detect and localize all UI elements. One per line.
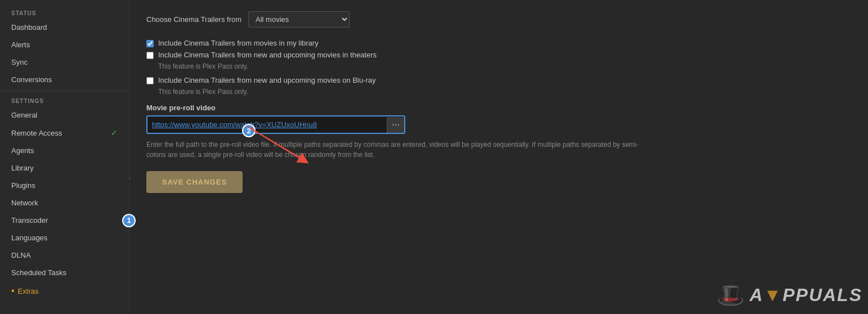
sidebar-item-scheduled-tasks[interactable]: Scheduled Tasks <box>0 264 129 281</box>
cinema-trailers-label: Choose Cinema Trailers from <box>146 15 241 24</box>
active-dot-icon: • <box>11 286 15 296</box>
extras-inner: • Extras <box>11 286 38 296</box>
sidebar-divider <box>0 91 129 91</box>
sidebar-item-label: Scheduled Tasks <box>11 268 66 277</box>
settings-section-label: SETTINGS <box>0 93 129 106</box>
sidebar-item-label: Network <box>11 199 38 207</box>
sidebar-item-label: Plugins <box>11 181 35 190</box>
sidebar-item-label: Alerts <box>11 41 30 49</box>
sidebar-item-transcoder[interactable]: Transcoder 1 <box>0 212 129 229</box>
sidebar-item-plugins[interactable]: Plugins <box>0 177 129 194</box>
sidebar-item-label: Dashboard <box>11 23 47 32</box>
sidebar: STATUS Dashboard Alerts Sync Conversions… <box>0 0 129 314</box>
sidebar-item-label: Languages <box>11 234 47 242</box>
sidebar-item-sync[interactable]: Sync <box>0 53 129 71</box>
checkbox-row-1: Include Cinema Trailers from movies in m… <box>146 39 851 47</box>
sidebar-item-label: Agents <box>11 146 34 155</box>
checkbox-bluray[interactable] <box>146 77 154 84</box>
sidebar-item-label: Remote Access <box>11 129 62 137</box>
sidebar-item-agents[interactable]: Agents <box>0 142 129 159</box>
sidebar-item-general[interactable]: General <box>0 106 129 124</box>
checkbox-bluray-label: Include Cinema Trailers from new and upc… <box>158 76 376 84</box>
cinema-trailers-select[interactable]: All movies New movies Unplayed movies <box>248 11 350 28</box>
sidebar-item-languages[interactable]: Languages <box>0 229 129 246</box>
checkbox-library[interactable] <box>146 40 154 47</box>
checkbox-row-3: Include Cinema Trailers from new and upc… <box>146 76 851 84</box>
sidebar-item-dlna[interactable]: DLNA <box>0 246 129 264</box>
browse-icon: ⋯ <box>392 120 400 129</box>
checkbox-library-label: Include Cinema Trailers from movies in m… <box>158 39 319 47</box>
preroll-input[interactable] <box>147 116 387 133</box>
status-section-label: STATUS <box>0 6 129 19</box>
sidebar-item-conversions[interactable]: Conversions <box>0 71 129 88</box>
save-changes-button[interactable]: SAVE CHANGES <box>146 171 243 193</box>
sidebar-item-dashboard[interactable]: Dashboard <box>0 19 129 36</box>
sidebar-item-alerts[interactable]: Alerts <box>0 36 129 53</box>
sidebar-item-library[interactable]: Library <box>0 159 129 177</box>
watermark: 🎩 A▼PPUALS <box>717 282 862 308</box>
preroll-help-text: Enter the full path to the pre-roll vide… <box>146 140 653 160</box>
sidebar-item-network[interactable]: Network <box>0 194 129 212</box>
browse-button[interactable]: ⋯ <box>387 117 404 133</box>
annotation-circle-1: 1 <box>122 214 136 227</box>
url-input-wrapper: ⋯ <box>146 115 405 134</box>
sidebar-item-label: Transcoder <box>11 216 48 225</box>
watermark-logo: 🎩 <box>717 282 745 308</box>
sidebar-item-label: Library <box>11 164 34 172</box>
sidebar-item-label: Conversions <box>11 75 52 84</box>
plex-pass-note-2: This feature is Plex Pass only. <box>158 88 851 96</box>
sidebar-item-label: DLNA <box>11 251 31 259</box>
plex-pass-note-1: This feature is Plex Pass only. <box>158 62 851 70</box>
checkbox-theaters-label: Include Cinema Trailers from new and upc… <box>158 51 377 59</box>
sidebar-item-extras[interactable]: • Extras <box>0 281 129 300</box>
sidebar-item-remote-access[interactable]: Remote Access ✓ <box>0 124 129 142</box>
sidebar-item-label: Extras <box>18 287 39 295</box>
sidebar-item-label: Sync <box>11 58 28 66</box>
preroll-label: Movie pre-roll video <box>146 104 851 112</box>
sidebar-item-label: General <box>11 111 37 119</box>
cinema-trailers-row: Choose Cinema Trailers from All movies N… <box>146 11 851 28</box>
checkbox-theaters[interactable] <box>146 52 154 59</box>
annotation-circle-2: 2 <box>242 124 256 137</box>
main-content: Choose Cinema Trailers from All movies N… <box>129 0 868 314</box>
check-icon: ✓ <box>111 128 118 137</box>
checkbox-row-2: Include Cinema Trailers from new and upc… <box>146 51 851 59</box>
watermark-text: A▼PPUALS <box>749 285 862 306</box>
